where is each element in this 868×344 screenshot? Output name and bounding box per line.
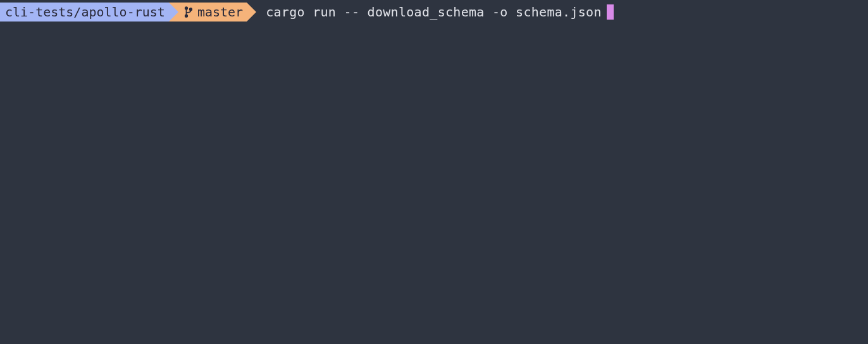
- path-segment: cli-tests/apollo-rust: [0, 3, 169, 22]
- git-branch-icon: [184, 6, 193, 18]
- branch-segment: master: [169, 3, 247, 22]
- current-path: cli-tests/apollo-rust: [5, 4, 165, 20]
- svg-point-1: [190, 8, 192, 11]
- prompt-line[interactable]: cli-tests/apollo-rust master cargo run -…: [0, 0, 868, 22]
- svg-point-0: [185, 7, 188, 9]
- command-input-area[interactable]: cargo run -- download_schema -o schema.j…: [247, 4, 614, 20]
- command-text: cargo run -- download_schema -o schema.j…: [266, 4, 602, 20]
- svg-point-2: [185, 15, 188, 17]
- cursor-icon: [607, 4, 614, 20]
- git-branch-name: master: [197, 4, 243, 20]
